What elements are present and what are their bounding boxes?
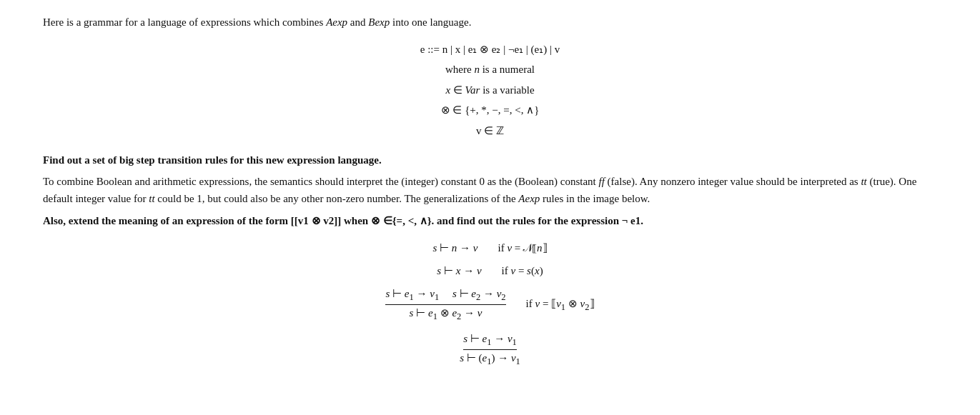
rule-1-formula: s ⊢ n → v [432,241,477,254]
rule-3-numerator: s ⊢ e1 → v1 s ⊢ e2 → v2 [385,287,505,305]
grammar-production: e ::= n | x | e₁ ⊗ e₂ | ¬e₁ | (e₁) | v [43,39,937,60]
rule-4-numerator: s ⊢ e1 → v1 [463,332,517,350]
bold-instruction-2: Also, extend the meaning of an expressio… [43,213,937,229]
grammar-x: x ∈ Var is a variable [43,80,937,101]
intro-text-mid: and [347,16,368,28]
rule-4-fraction: s ⊢ e1 → v1 s ⊢ (e1) → v1 [460,332,520,367]
bexp-label: Bexp [368,16,390,28]
intro-paragraph: Here is a grammar for a language of expr… [43,14,937,31]
rule-4: s ⊢ e1 → v1 s ⊢ (e1) → v1 [43,332,937,367]
rule-1: s ⊢ n → v if v = 𝒩⟦n⟧ [43,241,937,254]
bold-instruction-1: Find out a set of big step transition ru… [43,152,937,169]
grammar-where: where n is a numeral [43,59,937,80]
intro-text-before: Here is a grammar for a language of expr… [43,16,326,28]
rule-3-fraction: s ⊢ e1 → v1 s ⊢ e2 → v2 s ⊢ e1 ⊗ e2 → v [385,287,505,322]
rule-2: s ⊢ x → v if v = s(x) [43,264,937,277]
rule-2-formula: s ⊢ x → v [437,264,481,277]
grammar-otimes: ⊗ ∈ {+, *, −, =, <, ∧} [43,100,937,121]
grammar-block: e ::= n | x | e₁ ⊗ e₂ | ¬e₁ | (e₁) | v w… [43,39,937,141]
rule-3-denominator: s ⊢ e1 ⊗ e2 → v [410,305,482,322]
grammar-v: v ∈ ℤ [43,121,937,141]
rule-2-condition: if v = s(x) [502,265,543,277]
rule-3: s ⊢ e1 → v1 s ⊢ e2 → v2 s ⊢ e1 ⊗ e2 → v … [43,287,937,322]
para-1: To combine Boolean and arithmetic expres… [43,173,937,207]
intro-text-after: into one language. [390,16,471,28]
rules-block: s ⊢ n → v if v = 𝒩⟦n⟧ s ⊢ x → v if v = s… [43,241,937,367]
aexp-label: Aexp [326,16,347,28]
rule-3-condition: if v = ⟦v1 ⊗ v2⟧ [526,297,595,313]
rule-1-condition: if v = 𝒩⟦n⟧ [498,241,547,254]
rule-4-denominator: s ⊢ (e1) → v1 [460,350,520,367]
